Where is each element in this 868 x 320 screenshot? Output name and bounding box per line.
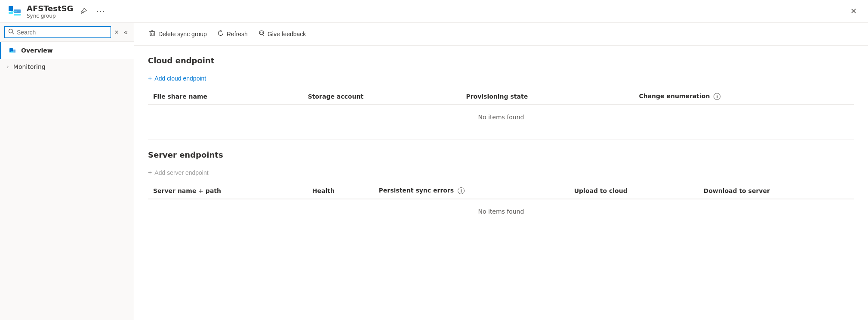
change-enumeration-info-icon[interactable]: i [714,93,720,100]
svg-rect-0 [9,6,13,11]
feedback-icon [258,30,265,38]
refresh-icon [217,30,224,38]
top-bar-left: AFSTestSG Sync group ··· [7,3,108,19]
search-input[interactable] [17,29,107,36]
add-cloud-endpoint-button[interactable]: + Add cloud endpoint [148,72,206,85]
overview-label: Overview [21,47,53,54]
pin-icon [80,8,87,15]
app-title: AFSTestSG [27,4,73,13]
delete-icon [149,30,156,38]
col-health: Health [307,183,374,199]
server-endpoints-section: Server endpoints + Add server endpoint S… [134,140,868,234]
server-endpoints-title: Server endpoints [148,150,854,159]
title-group: AFSTestSG Sync group [27,4,73,19]
content-area: Delete sync group Refresh [134,23,868,320]
pin-button[interactable] [77,6,89,16]
cloud-endpoint-section: Cloud endpoint + Add cloud endpoint File… [134,46,868,140]
cloud-endpoint-table: File share name Storage account Provisio… [148,88,854,129]
plus-server-icon: + [148,169,152,177]
search-icon [8,28,14,36]
col-provisioning-state: Provisioning state [461,88,634,105]
persistent-sync-errors-info-icon[interactable]: i [458,187,465,194]
add-cloud-endpoint-label: Add cloud endpoint [154,75,206,82]
sidebar-item-monitoring[interactable]: › Monitoring [0,59,134,75]
delete-sync-group-label: Delete sync group [158,31,207,37]
close-button[interactable]: ✕ [846,4,861,19]
svg-rect-9 [9,52,13,53]
col-storage-account: Storage account [303,88,461,105]
monitoring-label: Monitoring [13,63,46,70]
top-bar: AFSTestSG Sync group ··· ✕ [0,0,868,23]
app-subtitle: Sync group [27,13,73,19]
search-clear-button[interactable]: ✕ [113,29,120,35]
col-file-share-name: File share name [148,88,303,105]
server-endpoints-table: Server name + path Health Persistent syn… [148,183,854,224]
svg-line-5 [82,11,83,12]
app-icon [7,3,22,19]
refresh-label: Refresh [227,31,248,37]
col-server-name-path: Server name + path [148,183,307,199]
toolbar: Delete sync group Refresh [134,23,868,46]
server-endpoints-table-header: Server name + path Health Persistent syn… [148,183,854,199]
col-persistent-sync-errors: Persistent sync errors i [374,183,569,199]
svg-rect-12 [150,32,154,36]
give-feedback-button[interactable]: Give feedback [254,27,311,41]
cloud-endpoint-no-items-row: No items found [148,105,854,129]
delete-sync-group-button[interactable]: Delete sync group [145,27,211,41]
svg-point-19 [262,32,263,33]
add-server-endpoint-button[interactable]: + Add server endpoint [148,166,209,179]
refresh-button[interactable]: Refresh [213,27,252,41]
search-input-wrapper [4,26,111,38]
plus-icon: + [148,75,152,82]
chevron-right-icon: › [7,64,9,70]
server-endpoints-no-items-text: No items found [148,199,854,224]
svg-line-7 [12,33,14,34]
svg-point-6 [9,29,13,33]
more-icon: ··· [96,7,105,16]
add-server-endpoint-label: Add server endpoint [154,169,208,176]
server-endpoints-no-items-row: No items found [148,199,854,224]
cloud-endpoint-no-items-text: No items found [148,105,854,129]
sidebar-item-overview[interactable]: Overview [0,42,134,59]
col-change-enumeration: Change enumeration i [634,88,854,105]
search-bar: ✕ « [0,23,134,42]
more-button[interactable]: ··· [94,5,108,18]
svg-rect-1 [9,12,13,14]
cloud-endpoint-title: Cloud endpoint [148,56,854,65]
cloud-endpoint-table-header: File share name Storage account Provisio… [148,88,854,105]
svg-point-18 [260,32,261,33]
overview-icon [8,46,17,55]
col-upload-to-cloud: Upload to cloud [569,183,699,199]
search-collapse-button[interactable]: « [122,27,129,38]
give-feedback-label: Give feedback [268,31,306,37]
main-layout: ✕ « Overview › Monitoring [0,23,868,320]
svg-rect-3 [14,14,21,16]
col-download-to-server: Download to server [699,183,854,199]
sidebar: ✕ « Overview › Monitoring [0,23,134,320]
